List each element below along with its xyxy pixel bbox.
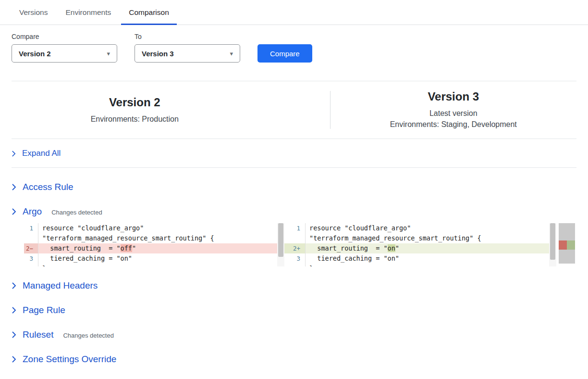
diff-overview-ruler[interactable] xyxy=(559,223,575,264)
code-text: resource "cloudflare_argo" xyxy=(38,223,144,233)
line-number: 3 xyxy=(284,253,306,264)
code-text: "terraform_managed_resource_smart_routin… xyxy=(306,233,481,243)
chevron-right-icon xyxy=(12,331,16,339)
scrollbar-thumb[interactable] xyxy=(278,223,283,257)
compare-from-label: Compare xyxy=(12,33,117,40)
compare-to-label: To xyxy=(135,33,240,40)
right-version-title: Version 3 xyxy=(331,90,577,103)
section-page-rule[interactable]: Page Rule xyxy=(12,305,576,316)
section-label: Argo xyxy=(23,206,42,217)
line-number: 4 xyxy=(284,264,306,266)
code-segment: " xyxy=(132,244,136,252)
left-version-header: Version 2 Environments: Production xyxy=(12,90,330,130)
section-label: Access Rule xyxy=(23,182,74,192)
code-line-wrap: "terraform_managed_resource_smart_routin… xyxy=(284,233,556,243)
tab-bar: Versions Environments Comparison xyxy=(0,0,588,25)
chevron-right-icon xyxy=(12,183,16,191)
chevron-right-icon xyxy=(12,282,16,290)
changes-detected-badge: Changes detected xyxy=(51,209,102,216)
compare-from-value: Version 2 xyxy=(19,50,51,58)
section-label: Zone Settings Override xyxy=(23,354,116,365)
section-managed-headers[interactable]: Managed Headers xyxy=(12,280,576,291)
section-label: Managed Headers xyxy=(23,280,98,291)
code-text: } xyxy=(306,264,313,266)
section-label: Ruleset xyxy=(23,329,53,340)
code-text: tiered_caching = "on" xyxy=(38,253,132,264)
chevron-right-icon xyxy=(12,355,16,363)
changes-detected-badge: Changes detected xyxy=(63,332,114,339)
code-line: 3 tiered_caching = "on" xyxy=(24,253,284,264)
line-number xyxy=(284,233,306,243)
code-line: 1resource "cloudflare_argo" xyxy=(24,223,284,233)
removed-token: off xyxy=(121,244,132,252)
code-text: smart_routing = "on" xyxy=(306,243,399,253)
code-text: } xyxy=(38,264,46,266)
section-ruleset[interactable]: Ruleset Changes detected xyxy=(12,329,576,340)
chevron-right-icon xyxy=(12,306,16,314)
chevron-right-icon xyxy=(12,150,16,157)
expand-all-button[interactable]: Expand All xyxy=(0,139,588,167)
code-line: 4} xyxy=(284,264,556,266)
line-number xyxy=(24,233,38,243)
compare-from-select[interactable]: Version 2 ▾ xyxy=(12,44,117,63)
compare-button[interactable]: Compare xyxy=(257,44,312,63)
line-number: 1 xyxy=(24,223,38,233)
line-number: 1 xyxy=(284,223,306,233)
compare-to-field: To Version 3 ▾ xyxy=(135,33,240,63)
tab-comparison[interactable]: Comparison xyxy=(121,0,177,25)
version-headers: Version 2 Environments: Production Versi… xyxy=(0,81,588,139)
code-segment: smart_routing = " xyxy=(42,244,121,252)
section-zone-settings-override[interactable]: Zone Settings Override xyxy=(12,354,576,365)
right-version-header: Version 3 Latest version Environments: S… xyxy=(331,90,577,130)
section-label: Page Rule xyxy=(23,305,65,316)
section-access-rule[interactable]: Access Rule xyxy=(12,182,576,192)
tab-environments[interactable]: Environments xyxy=(58,0,119,25)
compare-to-select[interactable]: Version 3 ▾ xyxy=(135,44,240,63)
scrollbar[interactable] xyxy=(549,223,556,266)
code-segment: smart_routing = " xyxy=(309,244,388,252)
code-line-added: 2+ smart_routing = "on" xyxy=(284,243,556,253)
code-line: 1resource "cloudflare_argo" xyxy=(284,223,556,233)
diff-left-editor[interactable]: 1resource "cloudflare_argo" "terraform_m… xyxy=(24,223,284,266)
code-text: smart_routing = "off" xyxy=(38,243,136,253)
line-number: 2+ xyxy=(284,243,306,253)
left-version-environments: Environments: Production xyxy=(12,114,258,125)
diff-right-editor[interactable]: 1resource "cloudflare_argo" "terraform_m… xyxy=(284,223,556,266)
scrollbar[interactable] xyxy=(277,223,284,266)
argo-diff-view: 1resource "cloudflare_argo" "terraform_m… xyxy=(24,223,576,266)
scrollbar-thumb[interactable] xyxy=(550,223,555,260)
code-line-wrap: "terraform_managed_resource_smart_routin… xyxy=(24,233,284,243)
added-token: on xyxy=(388,244,395,252)
chevron-down-icon: ▾ xyxy=(107,51,110,57)
added-marker xyxy=(567,240,575,250)
chevron-right-icon xyxy=(12,208,16,215)
line-number: 4 xyxy=(24,264,38,266)
code-text: "terraform_managed_resource_smart_routin… xyxy=(38,233,214,243)
compare-controls: Compare Version 2 ▾ To Version 3 ▾ Compa… xyxy=(0,25,588,63)
right-version-environments: Environments: Staging, Development xyxy=(331,119,577,130)
code-line-removed: 2− smart_routing = "off" xyxy=(24,243,284,253)
tab-versions[interactable]: Versions xyxy=(12,0,55,25)
line-number: 3 xyxy=(24,253,38,264)
line-number: 2− xyxy=(24,243,38,253)
comparison-page: Versions Environments Comparison Compare… xyxy=(0,0,588,365)
code-segment: " xyxy=(395,244,399,252)
right-version-latest-label: Latest version xyxy=(331,108,577,119)
code-text: resource "cloudflare_argo" xyxy=(306,223,411,233)
expand-all-label: Expand All xyxy=(22,149,61,158)
left-version-title: Version 2 xyxy=(12,96,258,109)
chevron-down-icon: ▾ xyxy=(230,51,233,57)
code-text: tiered_caching = "on" xyxy=(306,253,399,264)
code-line: 4} xyxy=(24,264,284,266)
compare-to-value: Version 3 xyxy=(142,50,174,58)
compare-from-field: Compare Version 2 ▾ xyxy=(12,33,117,63)
code-line: 3 tiered_caching = "on" xyxy=(284,253,556,264)
divider xyxy=(12,167,576,168)
section-argo[interactable]: Argo Changes detected xyxy=(12,206,576,217)
resource-sections: Access Rule Argo Changes detected 1resou… xyxy=(0,182,588,365)
removed-marker xyxy=(559,240,567,250)
